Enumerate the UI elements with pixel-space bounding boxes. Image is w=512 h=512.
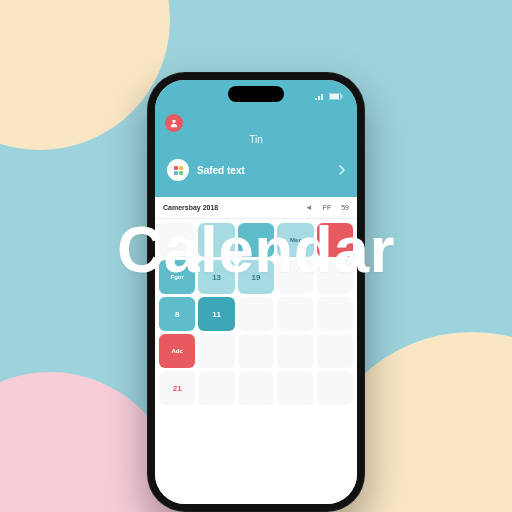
header-col-a: FF — [323, 204, 332, 211]
day-cell[interactable] — [317, 334, 353, 368]
chevron-right-icon — [339, 161, 345, 179]
svg-rect-5 — [342, 95, 343, 98]
day-cell[interactable]: Adc — [159, 334, 195, 368]
day-cell[interactable] — [238, 334, 274, 368]
day-cell[interactable]: Mer — [277, 223, 313, 257]
day-cell[interactable] — [238, 223, 274, 257]
day-cell[interactable] — [277, 260, 313, 294]
day-cell[interactable]: Fgor — [159, 260, 195, 294]
day-cell[interactable] — [159, 223, 195, 257]
svg-rect-4 — [330, 94, 339, 99]
day-cell[interactable] — [198, 371, 234, 405]
svg-point-6 — [172, 120, 175, 123]
prev-arrow-icon[interactable]: ◄ — [305, 203, 313, 212]
day-cell[interactable] — [277, 334, 313, 368]
day-cell[interactable]: 19 — [238, 260, 274, 294]
calendar-grid: Mer Fgor 13 19 8 11 Adc 21 — [155, 219, 357, 504]
day-cell[interactable] — [317, 260, 353, 294]
phone-screen: Tin Safed text Camersbay 2018 — [155, 80, 357, 504]
user-icon — [169, 114, 179, 132]
header-col-b: 59 — [341, 204, 349, 211]
profile-badge[interactable] — [165, 114, 183, 132]
day-cell[interactable] — [238, 371, 274, 405]
day-cell[interactable]: 21 — [159, 371, 195, 405]
card-label: Safed text — [197, 165, 331, 176]
battery-icon — [329, 93, 343, 100]
day-cell[interactable] — [317, 297, 353, 331]
day-cell[interactable] — [198, 334, 234, 368]
bg-circle-top — [0, 0, 170, 150]
day-cell[interactable] — [317, 371, 353, 405]
day-cell[interactable] — [198, 223, 234, 257]
svg-rect-2 — [321, 94, 323, 100]
day-cell[interactable]: 11 — [198, 297, 234, 331]
svg-rect-0 — [315, 98, 317, 100]
header-title: Tin — [165, 134, 347, 145]
day-cell[interactable]: 13 — [198, 260, 234, 294]
day-cell[interactable]: 8 — [159, 297, 195, 331]
calendar-header: Camersbay 2018 ◄ FF 59 — [155, 197, 357, 219]
signal-icon — [315, 93, 325, 100]
day-cell[interactable] — [317, 223, 353, 257]
calendar-month-label[interactable]: Camersbay 2018 — [163, 204, 218, 211]
dynamic-island — [228, 86, 284, 102]
day-cell[interactable] — [277, 297, 313, 331]
phone-frame: Tin Safed text Camersbay 2018 — [147, 72, 365, 512]
day-cell[interactable] — [238, 297, 274, 331]
card-app-icon — [167, 159, 189, 181]
day-cell[interactable] — [277, 371, 313, 405]
svg-rect-1 — [318, 96, 320, 100]
header-card[interactable]: Safed text — [165, 155, 347, 185]
